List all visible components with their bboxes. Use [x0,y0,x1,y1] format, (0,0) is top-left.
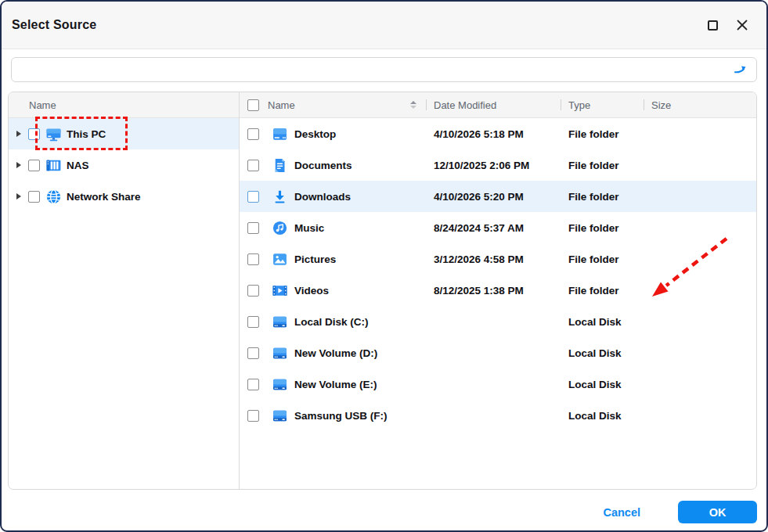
date-modified-value: 4/10/2026 5:20 PM [434,191,524,203]
maximize-button[interactable] [701,13,724,37]
videos-icon [272,282,288,299]
file-row-new-volume-d[interactable]: New Volume (D:) Local Disk [240,337,756,368]
type-value: File folder [568,285,619,297]
header-checkbox-cell [240,92,268,117]
path-bar [11,57,757,82]
source-tree: This PC NAS Network Share [9,118,239,212]
file-row-pictures[interactable]: Pictures 3/12/2026 4:58 PM File folder [240,243,756,275]
column-divider [644,99,644,110]
size-column-label: Size [651,99,671,111]
file-name-label: Samsung USB (F:) [294,410,388,422]
close-button[interactable] [730,13,754,37]
type-value: File folder [568,160,619,171]
pictures-icon [272,251,288,268]
file-row-downloads[interactable]: Downloads 4/10/2026 5:20 PM File folder [240,181,756,212]
cancel-button[interactable]: Cancel [598,505,645,519]
file-row-new-volume-e[interactable]: New Volume (E:) Local Disk [240,368,756,400]
source-tree-panel: Name This PC NAS Network Share [9,92,240,489]
select-all-checkbox[interactable] [247,99,259,111]
nas-icon [45,157,62,174]
checkbox[interactable] [247,222,259,234]
type-value: File folder [568,253,619,265]
checkbox[interactable] [247,160,259,171]
date-modified-value: 4/10/2026 5:18 PM [434,128,524,140]
tree-item-this-pc[interactable]: This PC [9,118,239,149]
file-name-label: Videos [294,285,329,297]
checkbox[interactable] [247,410,259,422]
column-header-date-modified[interactable]: Date Modified [426,92,561,117]
type-column-label: Type [568,99,590,111]
maximize-icon [708,20,718,31]
checkbox[interactable] [247,191,259,203]
type-value: File folder [568,128,619,140]
desktop-icon [272,126,288,142]
checkbox[interactable] [247,379,259,390]
sort-indicator-icon[interactable] [410,101,416,109]
tree-header-name-label: Name [29,99,56,111]
drive-icon [272,376,288,393]
title-bar: Select Source [2,2,766,49]
file-name-label: Pictures [294,253,336,265]
checkbox[interactable] [247,128,259,140]
file-name-label: Music [294,222,324,234]
file-name-label: Desktop [294,128,336,140]
downloads-icon [272,189,288,205]
date-modified-value: 8/12/2025 1:38 PM [434,285,524,297]
checkbox[interactable] [247,347,259,359]
file-name-label: Local Disk (C:) [294,316,369,328]
type-value: Local Disk [568,379,622,390]
dialog-title: Select Source [12,18,96,32]
name-column-label: Name [268,99,295,111]
music-icon [272,220,288,236]
file-row-documents[interactable]: Documents 12/10/2025 2:06 PM File folder [240,149,756,181]
select-source-dialog: Select Source Name [0,0,768,532]
checkbox[interactable] [28,191,40,203]
type-value: Local Disk [568,316,622,328]
column-header-name[interactable]: Name [268,92,426,117]
file-row-desktop[interactable]: Desktop 4/10/2026 5:18 PM File folder [240,118,756,149]
file-list-panel: Name Date Modified Type Size [240,92,756,489]
file-name-label: Documents [294,160,352,171]
date-modified-column-label: Date Modified [434,99,496,111]
type-value: Local Disk [568,347,622,359]
window-controls [701,13,754,37]
checkbox[interactable] [247,253,259,265]
checkbox[interactable] [247,316,259,328]
path-input[interactable] [11,57,757,82]
file-name-label: Downloads [294,191,351,203]
column-header-type[interactable]: Type [561,92,644,117]
column-divider [426,99,427,110]
ok-button[interactable]: OK [678,501,757,523]
file-row-samsung-usb-f[interactable]: Samsung USB (F:) Local Disk [240,400,756,431]
file-list: Desktop 4/10/2026 5:18 PM File folder Do… [240,118,756,431]
documents-icon [272,157,288,174]
tree-header: Name [9,92,239,118]
checkbox[interactable] [247,285,259,297]
type-value: File folder [568,222,619,234]
tree-item-nas[interactable]: NAS [9,149,239,181]
this-pc-icon [45,126,62,142]
close-icon [736,19,748,31]
file-name-label: New Volume (D:) [294,347,377,359]
date-modified-value: 8/24/2024 5:37 AM [434,222,524,234]
file-row-music[interactable]: Music 8/24/2024 5:37 AM File folder [240,212,756,243]
column-header-size[interactable]: Size [644,92,756,117]
go-button[interactable] [733,62,748,77]
column-divider [561,99,561,110]
file-row-local-disk-c[interactable]: Local Disk (C:) Local Disk [240,306,756,337]
expand-arrow-icon[interactable] [16,162,21,168]
tree-item-network-share[interactable]: Network Share [9,181,239,212]
main-panels: Name This PC NAS Network Share Name [8,92,757,490]
checkbox[interactable] [28,128,40,140]
date-modified-value: 12/10/2025 2:06 PM [434,160,529,171]
footer: Cancel OK [2,490,766,523]
file-row-videos[interactable]: Videos 8/12/2025 1:38 PM File folder [240,275,756,306]
drive-icon [272,314,288,330]
expand-arrow-icon[interactable] [16,131,21,137]
checkbox[interactable] [28,160,40,171]
expand-arrow-icon[interactable] [16,193,21,200]
file-name-label: New Volume (E:) [294,379,377,390]
file-list-header: Name Date Modified Type Size [240,92,756,118]
network-share-icon [45,189,62,205]
type-value: File folder [568,191,619,203]
